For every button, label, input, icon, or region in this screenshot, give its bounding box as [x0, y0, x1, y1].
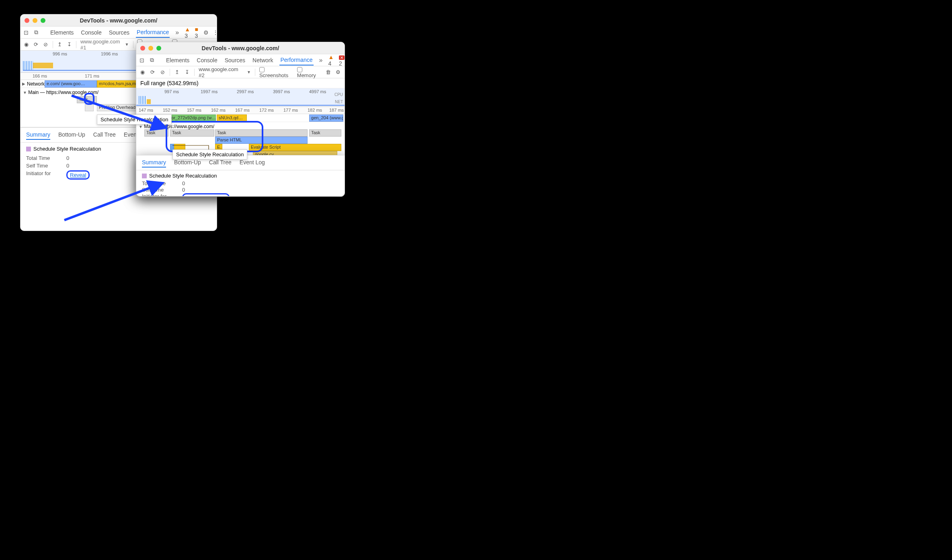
minimap-tick: 2997 ms: [237, 89, 254, 94]
minimap-tick: 3997 ms: [273, 89, 290, 94]
tab-elements[interactable]: Elements: [165, 55, 190, 65]
flame-task[interactable]: Task: [309, 129, 341, 137]
overview-minimap[interactable]: 997 ms 1997 ms 2997 ms 3997 ms 4997 ms C…: [136, 88, 345, 107]
more-tabs-icon[interactable]: »: [175, 29, 179, 36]
summary-panel: Schedule Style Recalculation Total Time0…: [136, 170, 345, 196]
tab-sources[interactable]: Sources: [108, 28, 130, 37]
total-time-value: 0: [182, 180, 185, 186]
warnings-badge[interactable]: ▲ 4: [328, 54, 335, 67]
tab-console[interactable]: Console: [80, 28, 102, 37]
minimap-tick: 1996 ms: [101, 51, 118, 56]
reload-icon[interactable]: ⟳: [150, 69, 156, 76]
download-icon[interactable]: ↧: [184, 69, 190, 76]
inspect-icon[interactable]: ⊡: [24, 29, 29, 36]
minimap-tick: 1997 ms: [201, 89, 217, 94]
reveal-link[interactable]: Reveal: [70, 172, 86, 178]
time-ruler[interactable]: 147 ms 152 ms 157 ms 162 ms 167 ms 172 m…: [136, 107, 345, 114]
kebab-icon[interactable]: ⋮: [213, 29, 217, 36]
tab-summary[interactable]: Summary: [26, 130, 50, 140]
minimap-tick: 996 ms: [53, 51, 67, 56]
self-time-label: Self Time: [26, 163, 58, 169]
tab-network[interactable]: Network: [252, 55, 274, 65]
upload-icon[interactable]: ↥: [174, 69, 180, 76]
flame-task[interactable]: Task: [170, 129, 214, 137]
chevron-right-icon[interactable]: ▶: [21, 82, 27, 86]
devtools-window-2-details: Summary Bottom-Up Call Tree Event Log Sc…: [136, 155, 345, 196]
flame-task[interactable]: Task: [77, 96, 97, 103]
chevron-down-icon[interactable]: ▼: [125, 42, 129, 47]
clear-icon[interactable]: ⊘: [160, 69, 166, 76]
traffic-lights: [25, 18, 45, 23]
gear-icon[interactable]: ⚙: [203, 29, 209, 36]
window-title: DevTools - www.google.com/: [21, 17, 217, 24]
perf-toolbar: ◉ ⟳ ⊘ ↥ ↧ www.google.com #2 ▼ Screenshot…: [136, 66, 345, 78]
minimize-icon[interactable]: [148, 46, 153, 51]
settings-gear-icon[interactable]: ⚙: [335, 69, 341, 76]
main-label: Main — https://www.google.com/: [144, 124, 214, 129]
zoom-icon[interactable]: [156, 46, 161, 51]
tab-sources[interactable]: Sources: [224, 55, 246, 65]
highlight-ring: Recalculate Style: [182, 193, 230, 196]
network-entry[interactable]: sNUn3,qd…: [217, 114, 247, 122]
cpu-label: CPU: [334, 92, 343, 97]
tab-bottomup[interactable]: Bottom-Up: [58, 130, 85, 140]
device-icon[interactable]: ⧉: [34, 29, 38, 36]
device-icon[interactable]: ⧉: [150, 57, 154, 63]
issues-badge[interactable]: ■ 3: [195, 26, 199, 39]
tab-elements[interactable]: Elements: [49, 28, 74, 37]
tab-performance[interactable]: Performance: [136, 27, 170, 38]
more-tabs-icon[interactable]: »: [319, 57, 323, 64]
warnings-badge[interactable]: ▲ 3: [185, 26, 191, 39]
initiator-label: Initiator for: [142, 193, 174, 196]
ruler-tick: 177 ms: [283, 108, 298, 112]
recalculate-style-link[interactable]: Recalculate Style: [186, 195, 226, 196]
ruler-tick: 162 ms: [211, 108, 226, 112]
clear-icon[interactable]: ⊘: [43, 41, 49, 48]
memory-option[interactable]: Memory: [297, 66, 321, 78]
minimize-icon[interactable]: [33, 18, 37, 23]
flame-entry[interactable]: [85, 104, 94, 111]
total-time-value: 0: [66, 155, 69, 161]
screenshots-option[interactable]: Screenshots: [259, 66, 293, 78]
flame-task[interactable]: Task: [144, 129, 168, 137]
initiator-label: Initiator for: [26, 170, 58, 180]
flame-tooltip: Schedule Style Recalculation: [97, 114, 172, 125]
close-icon[interactable]: [25, 18, 29, 23]
network-label: Network: [27, 81, 45, 87]
ruler-tick: 166 ms: [33, 74, 47, 78]
tab-summary[interactable]: Summary: [142, 158, 166, 168]
top-tabs: ⊡ ⧉ Elements Console Sources Network Per…: [136, 54, 345, 66]
tab-performance[interactable]: Performance: [279, 55, 313, 65]
tab-console[interactable]: Console: [196, 55, 218, 65]
self-time-value: 0: [182, 187, 185, 193]
main-label: Main — https://www.google.com/: [28, 90, 98, 95]
self-time-value: 0: [66, 163, 69, 169]
close-icon[interactable]: [140, 46, 145, 51]
event-name: Schedule Style Recalculation: [142, 173, 339, 179]
recording-select[interactable]: www.google.com #2: [199, 66, 243, 78]
recording-select[interactable]: www.google.com #1: [80, 39, 121, 51]
zoom-icon[interactable]: [41, 18, 45, 23]
network-entry[interactable]: e.com/ (www.goo…: [45, 80, 97, 88]
inspect-icon[interactable]: ⊡: [140, 57, 144, 63]
record-icon[interactable]: ◉: [140, 69, 146, 76]
ruler-tick: 152 ms: [163, 108, 177, 112]
record-icon[interactable]: ◉: [24, 41, 29, 48]
ruler-tick: 167 ms: [235, 108, 250, 112]
tab-calltree[interactable]: Call Tree: [93, 130, 116, 140]
download-icon[interactable]: ↧: [66, 41, 72, 48]
highlight-ring: Reveal: [66, 170, 90, 180]
network-entry[interactable]: gen_204 (www.g: [309, 114, 343, 122]
top-tabs: ⊡ ⧉ Elements Console Sources Performance…: [21, 27, 217, 39]
flame-parse-html[interactable]: Parse HTML: [215, 137, 308, 144]
flame-task[interactable]: Task: [215, 129, 308, 137]
upload-icon[interactable]: ↥: [57, 41, 62, 48]
chevron-down-icon[interactable]: ▼: [139, 125, 143, 129]
gc-icon[interactable]: 🗑: [325, 69, 331, 76]
chevron-down-icon[interactable]: ▼: [247, 70, 251, 74]
chevron-down-icon[interactable]: ▼: [23, 90, 27, 95]
flame-eval-script[interactable]: Evaluate Script: [249, 144, 341, 151]
ruler-tick: 157 ms: [187, 108, 201, 112]
reload-icon[interactable]: ⟳: [33, 41, 39, 48]
errors-badge[interactable]: ✕ 2: [339, 54, 345, 67]
